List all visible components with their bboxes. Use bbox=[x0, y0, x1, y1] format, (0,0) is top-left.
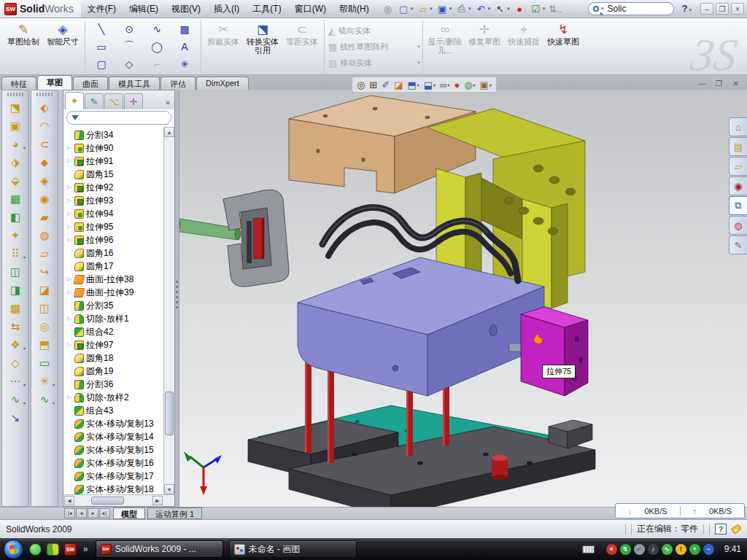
circle-icon[interactable]: ⊙ bbox=[115, 20, 143, 38]
expand-arrow-icon[interactable]: ▷ bbox=[66, 237, 72, 243]
scroll-left-arrow[interactable]: ◀ bbox=[64, 496, 74, 505]
menu-item[interactable]: 工具(T) bbox=[246, 0, 287, 18]
move-copy-body-icon[interactable]: ⇆ bbox=[6, 317, 25, 335]
sketch-fillet-icon[interactable]: ⌐ bbox=[143, 55, 171, 73]
tree-filter-input[interactable] bbox=[66, 111, 171, 125]
quick-snaps-button[interactable]: ⌖快速捕捉 bbox=[504, 20, 543, 73]
sync-blocked-tray-icon[interactable]: − bbox=[703, 544, 714, 555]
select-cursor-icon[interactable]: ↖ bbox=[492, 1, 511, 17]
magic-wand-icon[interactable]: ✐ bbox=[380, 77, 391, 92]
command-tab[interactable]: 草图 bbox=[37, 75, 72, 90]
linear-sketch-pattern-button[interactable]: ▦线性草图阵列 bbox=[327, 39, 420, 54]
pin-icon[interactable]: ◎ bbox=[380, 1, 395, 17]
ellipse-icon[interactable]: ◯ bbox=[143, 38, 171, 55]
design-library-tab[interactable]: ▤ bbox=[729, 137, 747, 156]
volume-tray-icon[interactable]: ♪ bbox=[648, 544, 659, 555]
rebuild-traffic-light-icon[interactable]: ● bbox=[512, 1, 527, 17]
tree-item[interactable]: ▷ 分割35 bbox=[66, 299, 174, 312]
antivirus-tray-icon[interactable]: × bbox=[606, 544, 617, 555]
edit-appearance-icon[interactable]: ● bbox=[452, 77, 461, 92]
save-icon[interactable]: ▣ bbox=[435, 1, 454, 17]
tree-item[interactable]: ▷ 切除-放样1 bbox=[66, 312, 174, 325]
fillet-feature-icon[interactable]: ◕ bbox=[6, 135, 25, 153]
tree-item[interactable]: ▷ 拉伸90 bbox=[66, 141, 174, 155]
tree-item[interactable]: ▷ 圆角19 bbox=[66, 365, 174, 378]
curve-tool-icon[interactable]: ⋯ bbox=[6, 372, 25, 390]
rectangle-icon[interactable]: ▭ bbox=[88, 38, 115, 55]
options-icon[interactable]: ☑ bbox=[528, 1, 547, 17]
knit-surface-icon[interactable]: ◎ bbox=[35, 317, 54, 335]
smart-dimension-button[interactable]: ◈智能尺寸 bbox=[43, 20, 82, 73]
scroll-thumb[interactable] bbox=[165, 392, 174, 435]
spline-icon[interactable]: ∿ bbox=[143, 20, 171, 38]
scroll-down-arrow[interactable]: ▼ bbox=[164, 484, 174, 494]
tree-item[interactable]: ▷ 实体-移动/复制13 bbox=[66, 417, 174, 430]
solidworks-resources-tab[interactable]: ◉ bbox=[729, 176, 747, 195]
tree-item[interactable]: ▷ 拉伸94 bbox=[66, 207, 174, 220]
expand-arrow-icon[interactable]: ▷ bbox=[66, 394, 72, 400]
expand-arrow-icon[interactable]: ▷ bbox=[66, 198, 72, 203]
extruded-cut-icon[interactable]: ▣ bbox=[6, 117, 25, 135]
move-entities-button[interactable]: ▧移动实体 bbox=[327, 55, 420, 70]
tree-item[interactable]: ▷ 拉伸97 bbox=[66, 338, 174, 351]
hole-wizard-icon[interactable]: ✦ bbox=[6, 226, 25, 244]
help-button[interactable]: ? bbox=[682, 3, 692, 14]
tab-nav-button[interactable]: ◂ bbox=[76, 508, 87, 518]
polygon-icon[interactable]: ◇ bbox=[115, 55, 143, 73]
reference-plane-icon[interactable]: ◇ bbox=[6, 354, 25, 372]
spline-tool-icon[interactable]: ∿ bbox=[35, 390, 54, 408]
ruled-surface-icon[interactable]: ▰ bbox=[35, 208, 54, 226]
tree-item[interactable]: ▷ 组合42 bbox=[66, 325, 174, 338]
menu-item[interactable]: 窗口(W) bbox=[288, 0, 333, 18]
sketch-text-icon[interactable]: A bbox=[171, 38, 198, 55]
insert-part-icon[interactable]: ❖ bbox=[6, 335, 25, 354]
part-core-block[interactable] bbox=[298, 257, 544, 396]
tree-item[interactable]: ▷ 拉伸96 bbox=[66, 233, 174, 246]
network-signal-tray-icon[interactable]: ∿ bbox=[662, 544, 673, 555]
antivirus-quick-icon[interactable] bbox=[47, 543, 59, 556]
command-tab[interactable]: 模具工具 bbox=[109, 77, 160, 90]
lofted-surface-icon[interactable]: ⊂ bbox=[35, 135, 54, 153]
menu-item[interactable]: 插入(I) bbox=[207, 0, 246, 18]
new-document-icon[interactable]: ▢ bbox=[396, 1, 415, 17]
scroll-up-arrow[interactable]: ▲ bbox=[164, 127, 174, 137]
scroll-right-arrow[interactable]: ▶ bbox=[152, 496, 163, 505]
tree-item[interactable]: ▷ 分割34 bbox=[66, 128, 174, 141]
view-orientation-icon[interactable]: ⬒ bbox=[406, 77, 420, 92]
dimxpert-manager-tab[interactable]: ✛ bbox=[124, 93, 143, 109]
tab-nav-button[interactable]: ▸ bbox=[88, 508, 98, 518]
zoom-area-icon[interactable]: ⊞ bbox=[368, 77, 379, 92]
input-method-keyboard-icon[interactable] bbox=[582, 545, 595, 553]
doc-close-button[interactable]: ✕ bbox=[729, 78, 743, 89]
command-tab[interactable]: DimXpert bbox=[196, 77, 249, 90]
swept-surface-icon[interactable]: ⬖ bbox=[35, 98, 54, 117]
document-tab[interactable]: 运动算例 1 bbox=[147, 508, 202, 519]
section-view-icon[interactable]: ◪ bbox=[392, 77, 404, 92]
document-tab[interactable]: 模型 bbox=[113, 508, 145, 519]
convert-entities-button[interactable]: ⬔转换实体引用 bbox=[243, 20, 282, 73]
display-delete-relations-button[interactable]: ∞显示/删除几... bbox=[425, 20, 465, 73]
tree-item[interactable]: ▷ 组合43 bbox=[66, 404, 174, 417]
trim-surface-icon[interactable]: ◪ bbox=[35, 281, 54, 299]
splitter-handle[interactable] bbox=[176, 281, 178, 310]
close-button[interactable]: × bbox=[731, 3, 744, 15]
expand-arrow-icon[interactable]: ▷ bbox=[66, 224, 72, 230]
tag-icon[interactable] bbox=[731, 524, 743, 534]
restore-button[interactable]: ❐ bbox=[716, 3, 729, 15]
split-feature-icon[interactable]: ◨ bbox=[6, 281, 25, 299]
tree-item[interactable]: ▷ 实体-移动/复制14 bbox=[66, 430, 174, 443]
tab-nav-button[interactable]: |◂ bbox=[64, 508, 75, 518]
start-button[interactable] bbox=[4, 540, 23, 559]
appearances-tab[interactable]: ◍ bbox=[729, 216, 747, 235]
display-style-icon[interactable]: ⬓ bbox=[422, 77, 437, 92]
tree-item[interactable]: ▷ 拉伸93 bbox=[66, 194, 174, 207]
expand-arrow-icon[interactable]: ▷ bbox=[66, 289, 72, 295]
trim-entities-button[interactable]: ✂剪裁实体 bbox=[204, 20, 243, 73]
tree-item[interactable]: ▷ 曲面-拉伸38 bbox=[66, 273, 174, 286]
point-tool-icon[interactable]: ✳ bbox=[35, 372, 54, 390]
extend-surface-icon[interactable]: ↪ bbox=[35, 262, 54, 281]
apply-scene-icon[interactable]: ◍ bbox=[462, 77, 476, 92]
configuration-manager-tab[interactable]: ⌥ bbox=[104, 93, 123, 109]
part-side-block[interactable] bbox=[521, 307, 588, 396]
mirror-feature-icon[interactable]: ◫ bbox=[6, 262, 25, 281]
